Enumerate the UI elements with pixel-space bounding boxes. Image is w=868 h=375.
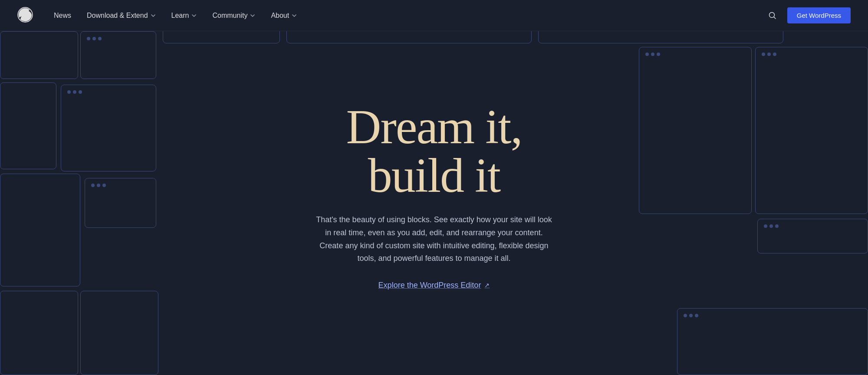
nav-download-extend[interactable]: Download & Extend (80, 8, 163, 23)
hero-content: Dream it, build it That's the beauty of … (312, 85, 556, 290)
panel (0, 31, 78, 79)
nav-community[interactable]: Community (205, 8, 262, 23)
panel (80, 31, 156, 79)
wordpress-logo[interactable] (17, 7, 47, 24)
panel (0, 291, 78, 375)
explore-editor-link[interactable]: Explore the WordPress Editor ↗ (378, 281, 490, 290)
panel (757, 219, 868, 253)
panel (639, 47, 752, 214)
nav-links: News Download & Extend Learn Community A… (47, 8, 765, 23)
external-link-icon: ↗ (484, 282, 490, 289)
search-button[interactable] (765, 8, 780, 23)
panel (85, 178, 156, 228)
chevron-down-icon (151, 13, 156, 18)
panel (0, 82, 56, 169)
panel (80, 291, 158, 375)
hero-section: Dream it, build it That's the beauty of … (0, 0, 868, 375)
main-nav: News Download & Extend Learn Community A… (0, 0, 868, 31)
hero-description: That's the beauty of using blocks. See e… (312, 214, 556, 265)
hero-headline-line2: build it (312, 151, 556, 200)
chevron-down-icon (191, 13, 197, 18)
hero-headline-line1: Dream it, (312, 102, 556, 151)
panel (0, 174, 80, 286)
panel (755, 47, 868, 214)
nav-learn[interactable]: Learn (164, 8, 204, 23)
panel (61, 85, 156, 171)
search-icon (768, 11, 777, 20)
get-wordpress-button[interactable]: Get WordPress (787, 7, 851, 23)
nav-about[interactable]: About (264, 8, 304, 23)
panel (677, 308, 868, 375)
chevron-down-icon (292, 13, 297, 18)
chevron-down-icon (250, 13, 255, 18)
nav-news[interactable]: News (47, 8, 78, 23)
